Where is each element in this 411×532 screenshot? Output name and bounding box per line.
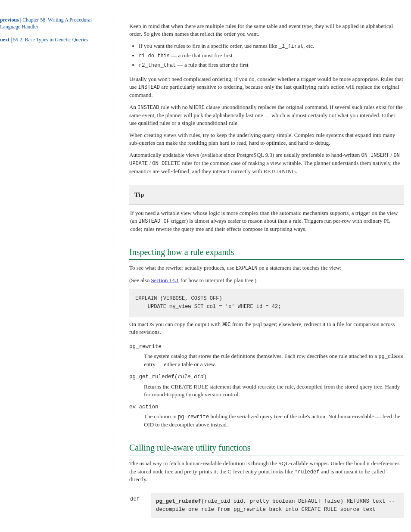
intro-paragraph-3: An INSTEAD rule with no WHERE clause unc… bbox=[129, 103, 404, 127]
sidebar-nav: previous | Chapter 58. Writing A Procedu… bbox=[0, 16, 112, 44]
list-item: r2_then_that — a rule that fires after t… bbox=[139, 61, 404, 69]
list-item: If you want the rules to fire in a speci… bbox=[139, 42, 404, 50]
calling-paragraph-1: The usual way to fetch a human-readable … bbox=[129, 460, 404, 483]
inspect-paragraph-1: To see what the rewriter actually produc… bbox=[129, 264, 404, 272]
nav-next-title: 59.2. Base Types in Genetic Queries bbox=[13, 37, 88, 43]
section-14-1-link[interactable]: Section 14.1 bbox=[151, 277, 179, 283]
nav-previous-label: previous bbox=[0, 17, 19, 23]
section-heading-calling: Calling rule-aware utility functions bbox=[129, 442, 404, 455]
def-desc: The column in pg_rewrite holding the ser… bbox=[144, 413, 404, 429]
intro-paragraph-5: Automatically updatable views (available… bbox=[129, 151, 404, 175]
signature-body: pg_get_ruledef(rule_oid oid, pretty bool… bbox=[151, 493, 404, 519]
list-item: r1_do_this — a rule that must fire first bbox=[139, 52, 404, 60]
intro-paragraph-4: When creating views with rules, try to k… bbox=[129, 131, 404, 147]
def-term: ev_action bbox=[129, 404, 404, 411]
def-term: pg_get_ruledef(rule_oid) bbox=[129, 373, 404, 381]
inspect-paragraph-2: (See also Section 14.1 for how to interp… bbox=[129, 277, 404, 284]
code-block-explain: EXPLAIN (VERBOSE, COSTS OFF) UPDATE my_v… bbox=[129, 289, 404, 317]
inspect-paragraph-3: On macOS you can copy the output with ⌘C… bbox=[129, 320, 404, 336]
vertical-divider bbox=[113, 16, 113, 484]
intro-paragraph-1: Keep in mind that when there are multipl… bbox=[129, 22, 404, 38]
def-desc: The system catalog that stores the rule … bbox=[144, 352, 404, 368]
def-desc: Returns the CREATE RULE statement that w… bbox=[144, 383, 404, 398]
nav-next-link[interactable]: next | 59.2. Base Types in Genetic Queri… bbox=[0, 36, 107, 43]
cmd-key-icon: ⌘ bbox=[222, 321, 227, 327]
signature-def-keyword: def bbox=[129, 493, 151, 519]
definition-list: pg_rewrite The system catalog that store… bbox=[129, 343, 404, 429]
nav-next-label: next bbox=[0, 37, 9, 43]
function-signature-table: def pg_get_ruledef(rule_oid oid, pretty … bbox=[129, 493, 404, 519]
tip-body: If you need a writable view whose logic … bbox=[129, 205, 404, 233]
section-heading-inspect: Inspecting how a rule expands bbox=[129, 246, 404, 260]
tip-box: Tip If you need a writable view whose lo… bbox=[129, 185, 404, 233]
tip-heading: Tip bbox=[129, 185, 404, 205]
nav-previous-sep: | bbox=[19, 17, 22, 23]
intro-paragraph-2: Usually you won't need complicated order… bbox=[129, 75, 404, 99]
nav-previous-link[interactable]: previous | Chapter 58. Writing A Procedu… bbox=[0, 16, 107, 30]
def-term: pg_rewrite bbox=[129, 343, 404, 351]
main-content: Keep in mind that when there are multipl… bbox=[129, 0, 411, 518]
naming-list: If you want the rules to fire in a speci… bbox=[129, 42, 404, 69]
